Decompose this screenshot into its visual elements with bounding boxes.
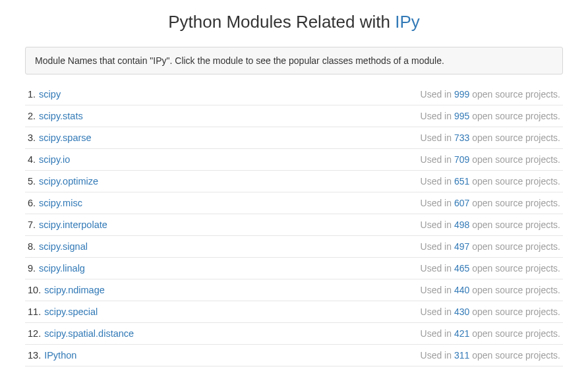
- usage-prefix: Used in: [421, 89, 454, 100]
- page-title: Python Modules Related with IPy: [25, 12, 563, 32]
- usage-suffix: open source projects.: [469, 350, 560, 361]
- module-row: 9.scipy.linalgUsed in 465 open source pr…: [25, 258, 563, 279]
- module-link[interactable]: scipy.interpolate: [39, 219, 107, 230]
- row-number: 8.: [28, 241, 36, 252]
- usage-count: 440: [454, 285, 469, 295]
- usage-suffix: open source projects.: [469, 263, 560, 274]
- module-link[interactable]: scipy.misc: [39, 198, 82, 208]
- module-left: 11.scipy.special: [28, 306, 98, 317]
- usage-text: Used in 498 open source projects.: [421, 219, 560, 230]
- row-number: 10.: [28, 285, 41, 295]
- usage-suffix: open source projects.: [469, 132, 560, 143]
- module-link[interactable]: scipy.sparse: [39, 132, 92, 143]
- module-row: 3.scipy.sparseUsed in 733 open source pr…: [25, 127, 563, 149]
- usage-prefix: Used in: [421, 328, 454, 339]
- usage-prefix: Used in: [421, 350, 454, 361]
- usage-count: 999: [454, 89, 469, 100]
- module-left: 6.scipy.misc: [28, 198, 82, 208]
- usage-prefix: Used in: [421, 176, 454, 187]
- module-row: 11.scipy.specialUsed in 430 open source …: [25, 301, 563, 323]
- usage-text: Used in 311 open source projects.: [421, 350, 560, 361]
- usage-prefix: Used in: [421, 111, 454, 121]
- row-number: 2.: [28, 111, 36, 121]
- usage-suffix: open source projects.: [469, 154, 560, 165]
- notice-part2: ". Click the module to see the popular c…: [167, 55, 444, 66]
- usage-suffix: open source projects.: [469, 219, 560, 230]
- row-number: 12.: [28, 328, 41, 339]
- usage-prefix: Used in: [421, 306, 454, 317]
- usage-suffix: open source projects.: [469, 306, 560, 317]
- notice-box: Module Names that contain "IPy". Click t…: [25, 47, 563, 74]
- module-left: 10.scipy.ndimage: [28, 285, 105, 295]
- usage-suffix: open source projects.: [469, 285, 560, 295]
- module-left: 4.scipy.io: [28, 154, 70, 165]
- usage-text: Used in 995 open source projects.: [421, 111, 560, 121]
- usage-count: 651: [454, 176, 469, 187]
- module-row: 1.scipyUsed in 999 open source projects.: [25, 84, 563, 105]
- usage-text: Used in 733 open source projects.: [421, 132, 560, 143]
- module-left: 13.IPython: [28, 350, 76, 361]
- usage-count: 607: [454, 198, 469, 208]
- module-link[interactable]: scipy.optimize: [39, 176, 98, 187]
- usage-count: 465: [454, 263, 469, 274]
- usage-count: 995: [454, 111, 469, 121]
- row-number: 1.: [28, 89, 36, 100]
- module-row: 7.scipy.interpolateUsed in 498 open sour…: [25, 214, 563, 236]
- usage-prefix: Used in: [421, 198, 454, 208]
- usage-suffix: open source projects.: [469, 328, 560, 339]
- row-number: 4.: [28, 154, 36, 165]
- module-left: 12.scipy.spatial.distance: [28, 328, 134, 339]
- module-link[interactable]: scipy.stats: [39, 111, 83, 121]
- usage-text: Used in 709 open source projects.: [421, 154, 560, 165]
- usage-prefix: Used in: [421, 241, 454, 252]
- module-row: 6.scipy.miscUsed in 607 open source proj…: [25, 192, 563, 214]
- usage-count: 430: [454, 306, 469, 317]
- usage-suffix: open source projects.: [469, 89, 560, 100]
- module-link[interactable]: scipy.signal: [39, 241, 88, 252]
- usage-prefix: Used in: [421, 132, 454, 143]
- module-left: 1.scipy: [28, 89, 61, 100]
- module-left: 2.scipy.stats: [28, 111, 83, 121]
- usage-prefix: Used in: [421, 285, 454, 295]
- module-link[interactable]: IPython: [44, 350, 76, 361]
- module-list: 1.scipyUsed in 999 open source projects.…: [25, 84, 563, 366]
- row-number: 9.: [28, 263, 36, 274]
- usage-suffix: open source projects.: [469, 111, 560, 121]
- usage-count: 421: [454, 328, 469, 339]
- title-prefix: Python Modules Related with: [168, 12, 395, 32]
- notice-keyword: IPy: [153, 55, 166, 66]
- row-number: 5.: [28, 176, 36, 187]
- usage-count: 733: [454, 132, 469, 143]
- row-number: 11.: [28, 306, 41, 317]
- row-number: 7.: [28, 219, 36, 230]
- usage-text: Used in 999 open source projects.: [421, 89, 560, 100]
- usage-count: 709: [454, 154, 469, 165]
- usage-text: Used in 607 open source projects.: [421, 198, 560, 208]
- row-number: 3.: [28, 132, 36, 143]
- module-row: 4.scipy.ioUsed in 709 open source projec…: [25, 149, 563, 171]
- usage-count: 497: [454, 241, 469, 252]
- usage-suffix: open source projects.: [469, 241, 560, 252]
- usage-suffix: open source projects.: [469, 176, 560, 187]
- module-link[interactable]: scipy.spatial.distance: [44, 328, 134, 339]
- module-row: 13.IPythonUsed in 311 open source projec…: [25, 345, 563, 366]
- usage-text: Used in 651 open source projects.: [421, 176, 560, 187]
- module-row: 10.scipy.ndimageUsed in 440 open source …: [25, 279, 563, 301]
- module-row: 5.scipy.optimizeUsed in 651 open source …: [25, 171, 563, 192]
- module-left: 5.scipy.optimize: [28, 176, 98, 187]
- usage-text: Used in 430 open source projects.: [421, 306, 560, 317]
- usage-text: Used in 440 open source projects.: [421, 285, 560, 295]
- usage-text: Used in 497 open source projects.: [421, 241, 560, 252]
- module-left: 9.scipy.linalg: [28, 263, 85, 274]
- usage-count: 498: [454, 219, 469, 230]
- module-link[interactable]: scipy: [39, 89, 61, 100]
- module-link[interactable]: scipy.ndimage: [44, 285, 105, 295]
- usage-text: Used in 465 open source projects.: [421, 263, 560, 274]
- usage-text: Used in 421 open source projects.: [421, 328, 560, 339]
- notice-part1: Module Names that contain ": [35, 55, 153, 66]
- module-link[interactable]: scipy.io: [39, 154, 70, 165]
- module-link[interactable]: scipy.special: [44, 306, 98, 317]
- module-link[interactable]: scipy.linalg: [39, 263, 85, 274]
- row-number: 13.: [28, 350, 41, 361]
- usage-prefix: Used in: [421, 219, 454, 230]
